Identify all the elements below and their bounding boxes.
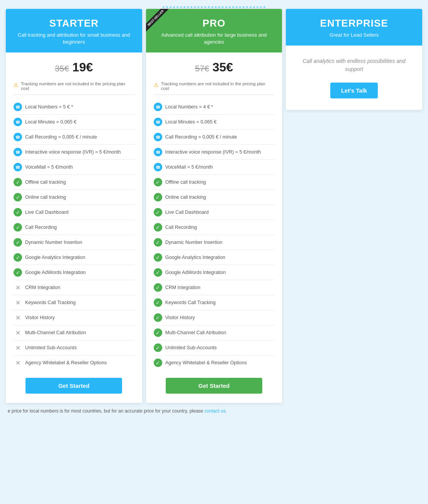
feature-text: Dynamic Number Insertion — [165, 240, 222, 245]
old-price: 57€ — [195, 64, 209, 73]
phone-icon: ☎ — [154, 148, 162, 156]
pro-body: 57€ 35€ ⚠ Tracking numbers are not inclu… — [146, 52, 282, 403]
enterprise-header: ENTERPRISE Great for Lead Sellers — [286, 9, 422, 46]
feature-text: Call Recording — [165, 225, 197, 230]
check-icon: ✓ — [154, 268, 162, 277]
lets-talk-button[interactable]: Let's Talk — [330, 83, 378, 98]
feature-text: Unlimited Sub-Accounts — [25, 345, 76, 350]
price-section: 35€ 19€ — [14, 60, 134, 74]
note-row: ⚠ Tracking numbers are not included in t… — [14, 81, 134, 95]
feature-text: Google AdWords Integration — [165, 270, 226, 275]
cross-icon: ✕ — [14, 298, 22, 307]
feature-row: ✓ Keywords Call Tracking — [154, 295, 275, 310]
starter-header: STARTER Call tracking and attribution fo… — [6, 9, 142, 52]
feature-row: ✕ Visitor History — [14, 310, 134, 325]
feature-text: Call Recording = 0,005 € / minute — [25, 134, 97, 140]
note-text: Tracking numbers are not included in the… — [161, 81, 275, 91]
enterprise-plan-name: ENTERPRISE — [294, 17, 414, 29]
feature-row: ☎ Interactive voice response (IVR) = 5 €… — [14, 145, 134, 160]
check-icon: ✓ — [154, 223, 162, 232]
feature-row: ☎ Local Numbers = 4 € * — [154, 100, 275, 115]
note-text: Tracking numbers are not included in the… — [21, 81, 134, 91]
feature-text: Call Recording — [25, 225, 57, 230]
feature-text: Agency Whitelabel & Reseller Options — [25, 360, 107, 365]
phone-icon: ☎ — [14, 148, 22, 156]
warning-icon: ⚠ — [14, 82, 19, 88]
feature-row: ☎ VoiceMail = 5 €/month — [14, 160, 134, 175]
check-icon: ✓ — [14, 238, 22, 247]
feature-text: Offline call tracking — [25, 179, 66, 185]
cross-icon: ✕ — [14, 283, 22, 292]
footer-note: e price for local numbers is for most co… — [4, 408, 424, 414]
check-icon: ✓ — [154, 193, 162, 201]
feature-text: Call Recording = 0,005 € / minute — [165, 134, 237, 140]
phone-icon: ☎ — [14, 103, 22, 111]
feature-row: ✕ CRM Integration — [14, 280, 134, 295]
feature-text: Dynamic Number Insertion — [25, 240, 82, 245]
feature-text: Online call tracking — [165, 194, 206, 200]
note-row: ⚠ Tracking numbers are not included in t… — [154, 81, 275, 95]
feature-row: ✓ Offline call tracking — [154, 175, 275, 190]
check-icon: ✓ — [154, 253, 162, 262]
check-icon: ✓ — [14, 253, 22, 262]
check-icon: ✓ — [154, 238, 162, 247]
feature-row: ☎ Local Minutes = 0,065 € — [14, 115, 134, 130]
phone-icon: ☎ — [14, 133, 22, 141]
feature-row: ✓ Google AdWords Integration — [154, 265, 275, 280]
check-icon: ✓ — [154, 328, 162, 337]
footer-text-before: e price for local numbers is for most co… — [8, 408, 204, 414]
starter-plan-name: STARTER — [14, 17, 134, 29]
feature-text: Google Analytics Integration — [25, 255, 85, 260]
cross-icon: ✕ — [14, 343, 22, 352]
feature-text: Live Call Dashboard — [25, 210, 69, 215]
feature-text: Keywords Call Tracking — [25, 300, 76, 305]
get-started-button-pro[interactable]: Get Started — [166, 378, 262, 394]
feature-row: ✓ Visitor History — [154, 310, 275, 325]
feature-text: Live Call Dashboard — [165, 210, 209, 215]
plan-card-enterprise: ENTERPRISE Great for Lead Sellers Call a… — [286, 9, 422, 110]
feature-text: Interactive voice response (IVR) = 5 €/m… — [165, 149, 261, 155]
feature-row: ☎ Local Numbers = 5 € * — [14, 100, 134, 115]
feature-text: Online call tracking — [25, 194, 66, 200]
enterprise-body: Call analytics with endless possibilitie… — [286, 46, 422, 110]
price-section: 57€ 35€ — [154, 60, 275, 74]
get-started-button-starter[interactable]: Get Started — [25, 378, 122, 394]
enterprise-plan-subtitle: Great for Lead Sellers — [294, 32, 414, 39]
contact-link[interactable]: contact us — [204, 408, 226, 414]
phone-icon: ☎ — [154, 118, 162, 126]
feature-text: Visitor History — [25, 315, 55, 320]
feature-row: ✓ Agency Whitelabel & Reseller Options — [154, 355, 275, 370]
check-icon: ✓ — [154, 359, 162, 367]
feature-row: ✓ Online call tracking — [14, 190, 134, 205]
feature-row: ✓ Dynamic Number Insertion — [154, 235, 275, 250]
feature-text: Multi-Channel Call Atribution — [25, 330, 86, 335]
feature-row: ✓ Call Recording — [154, 220, 275, 235]
phone-icon: ☎ — [14, 163, 22, 171]
feature-row: ✓ Call Recording — [14, 220, 134, 235]
feature-row: ✓ Dynamic Number Insertion — [14, 235, 134, 250]
pro-header: PRO Advanced call attribution for large … — [146, 9, 282, 52]
old-price: 35€ — [55, 64, 69, 73]
feature-row: ☎ VoiceMail = 5 €/month — [154, 160, 275, 175]
feature-row: ☎ Call Recording = 0,005 € / minute — [154, 130, 275, 145]
feature-text: Agency Whitelabel & Reseller Options — [165, 360, 247, 365]
feature-text: Multi-Channel Call Atribution — [165, 330, 226, 335]
phone-icon: ☎ — [154, 133, 162, 141]
phone-icon: ☎ — [14, 118, 22, 126]
feature-text: Local Minutes = 0,065 € — [165, 119, 217, 125]
check-icon: ✓ — [14, 208, 22, 216]
feature-text: Unlimited Sub-Accounts — [165, 345, 217, 350]
check-icon: ✓ — [14, 193, 22, 201]
starter-body: 35€ 19€ ⚠ Tracking numbers are not inclu… — [6, 52, 142, 403]
feature-row: ☎ Local Minutes = 0,065 € — [154, 115, 275, 130]
feature-text: Local Minutes = 0,065 € — [25, 119, 76, 125]
feature-row: ✓ Live Call Dashboard — [14, 205, 134, 220]
phone-icon: ☎ — [154, 103, 162, 111]
feature-row: ✕ Unlimited Sub-Accounts — [14, 340, 134, 355]
cross-icon: ✕ — [14, 359, 22, 367]
cross-icon: ✕ — [14, 328, 22, 337]
new-price: 35€ — [212, 60, 233, 74]
feature-row: ☎ Interactive voice response (IVR) = 5 €… — [154, 145, 275, 160]
feature-row: ✕ Agency Whitelabel & Reseller Options — [14, 355, 134, 370]
feature-row: ✕ Keywords Call Tracking — [14, 295, 134, 310]
